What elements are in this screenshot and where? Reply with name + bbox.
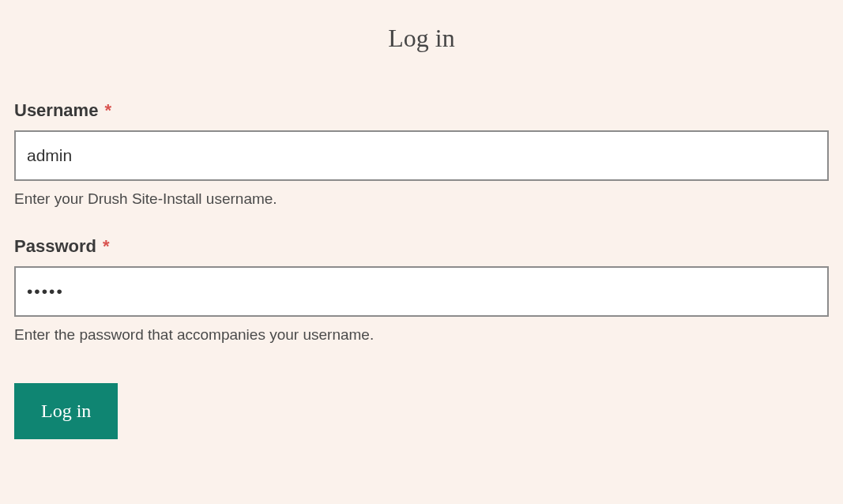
password-label: Password * (14, 236, 829, 257)
required-marker: * (103, 236, 110, 256)
username-help: Enter your Drush Site-Install username. (14, 190, 829, 208)
username-group: Username * Enter your Drush Site-Install… (14, 100, 829, 208)
password-help: Enter the password that accompanies your… (14, 326, 829, 344)
password-input[interactable] (14, 266, 829, 317)
username-label-text: Username (14, 100, 98, 120)
required-marker: * (105, 100, 112, 120)
username-input[interactable] (14, 130, 829, 181)
page-title: Log in (0, 24, 843, 53)
login-form: Username * Enter your Drush Site-Install… (0, 100, 843, 439)
password-label-text: Password (14, 236, 96, 256)
login-button[interactable]: Log in (14, 383, 118, 439)
username-label: Username * (14, 100, 829, 121)
password-group: Password * Enter the password that accom… (14, 236, 829, 344)
